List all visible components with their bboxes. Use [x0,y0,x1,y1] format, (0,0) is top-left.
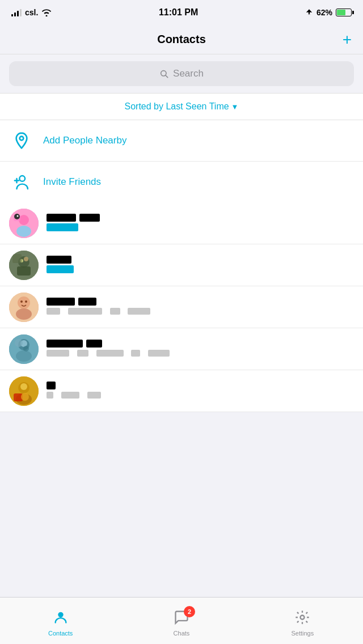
status-block [131,350,140,357]
contact-name [47,382,354,389]
tab-settings-label: Settings [291,630,314,637]
status-block [77,350,88,357]
avatar [9,209,39,238]
contact-item[interactable] [0,244,363,286]
status-right: 62% [305,8,352,17]
contact-name [47,340,354,348]
status-time: 11:01 PM [159,7,198,18]
name-block [47,340,83,348]
svg-point-32 [20,383,27,390]
add-contact-button[interactable]: + [343,32,352,48]
name-block [79,214,100,222]
status-block [87,392,101,399]
add-people-nearby-item[interactable]: Add People Nearby [0,120,363,162]
contact-item[interactable] [0,328,363,370]
status-block [47,392,53,399]
contact-status [47,307,354,316]
contact-info [47,340,354,358]
svg-point-21 [20,300,23,303]
search-container: Search [0,54,363,94]
tab-settings[interactable]: Settings [242,598,363,644]
tab-chats[interactable]: 2 Chats [121,598,242,644]
chat-icon: 2 [174,609,189,628]
svg-point-2 [20,137,24,141]
status-block [128,308,150,315]
contact-status [47,349,354,358]
person-icon [53,609,69,628]
search-placeholder: Search [173,68,204,79]
avatar [9,293,39,322]
signal-bar-4 [20,9,22,16]
add-nearby-text: Add People Nearby [43,135,354,146]
contact-info [47,382,354,400]
avatar [9,251,39,280]
name-block [47,382,56,389]
signal-bar-1 [11,14,13,16]
add-nearby-label: Add People Nearby [43,135,126,146]
svg-point-20 [16,308,32,320]
svg-point-3 [19,176,25,181]
invite-friends-label: Invite Friends [43,176,101,187]
page-title: Contacts [157,33,206,46]
tab-contacts-label: Contacts [48,630,73,637]
svg-point-25 [16,350,32,362]
contact-status [47,223,354,233]
settings-icon [294,609,310,628]
search-bar[interactable]: Search [9,61,354,86]
status-block [148,350,170,357]
battery-percent: 62% [316,8,332,17]
contact-info [47,256,354,275]
svg-point-19 [18,296,30,309]
battery-icon [336,9,352,16]
main-content: csl. 11:01 PM 62% Contacts + [0,0,363,459]
sort-label: Sorted by Last Seen Time [125,101,229,112]
nav-header: Contacts + [0,25,363,54]
svg-point-34 [21,393,29,401]
svg-point-11 [17,215,19,217]
contact-item[interactable] [0,202,363,244]
svg-rect-17 [12,254,22,263]
signal-bar-3 [17,11,19,16]
contact-name [47,256,354,264]
signal-bar-2 [14,12,16,16]
status-block [96,350,124,357]
signal-bars [11,9,22,16]
invite-friends-item[interactable]: Invite Friends [0,162,363,202]
svg-rect-27 [15,339,23,347]
status-block [47,308,60,315]
name-block [47,298,75,306]
chat-badge: 2 [184,606,195,617]
contact-name [47,298,354,306]
status-block [110,308,120,315]
status-bar: csl. 11:01 PM 62% [0,0,363,25]
avatar [9,376,39,406]
wifi-icon [41,9,52,16]
svg-point-8 [16,226,31,237]
battery-fill [337,10,345,15]
avatar [9,334,39,364]
tab-contacts[interactable]: Contacts [0,598,121,644]
svg-rect-15 [17,266,31,276]
search-icon [159,69,168,78]
carrier-label: csl. [25,8,38,17]
invite-friends-text: Invite Friends [43,176,354,188]
svg-point-16 [24,257,28,261]
location-icon [9,128,34,153]
sort-row[interactable]: Sorted by Last Seen Time ▼ [0,94,363,120]
add-friend-icon [9,170,34,194]
name-block [78,298,96,306]
status-block [47,350,69,357]
svg-point-22 [25,300,27,303]
contact-item[interactable] [0,286,363,328]
tab-chats-label: Chats [174,630,190,637]
contact-name [47,214,354,222]
svg-point-36 [301,616,305,620]
contact-item[interactable] [0,370,363,412]
name-block [47,256,71,264]
status-block [47,223,78,231]
contacts-list [0,202,363,412]
tab-bar: Contacts 2 Chats Settings [0,597,363,644]
sort-arrow: ▼ [231,103,239,111]
contact-status [47,265,354,275]
contact-info [47,214,354,233]
